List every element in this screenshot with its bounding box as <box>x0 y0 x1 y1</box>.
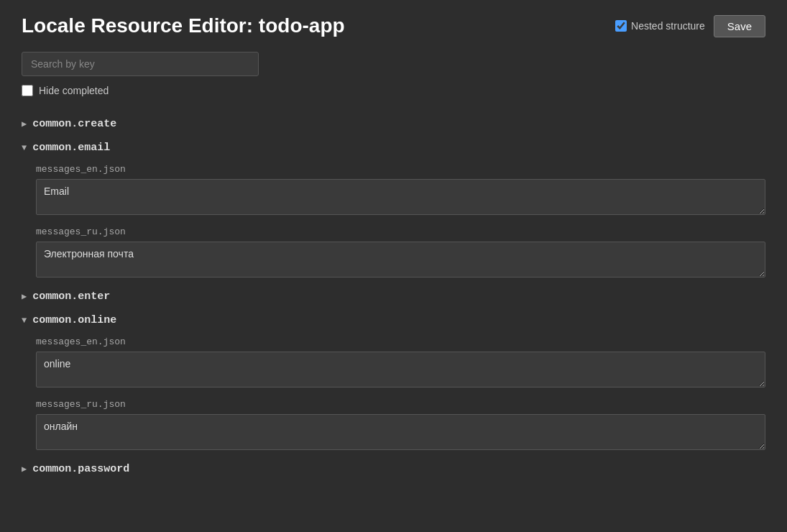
translation-input-email-en[interactable]: Email <box>36 179 765 215</box>
page-header: Locale Resource Editor: todo-app Nested … <box>22 14 765 37</box>
translation-input-online-en[interactable]: online <box>36 352 765 387</box>
tree-item-common-online: ▼ common.online messages_en.json online … <box>22 310 765 456</box>
tree-key-common-email: common.email <box>32 142 110 154</box>
tree-item-common-email: ▼ common.email messages_en.json Email me… <box>22 137 765 283</box>
hide-completed-checkbox[interactable] <box>22 85 33 96</box>
search-input[interactable] <box>22 52 259 76</box>
tree-item-header-common-email[interactable]: ▼ common.email <box>22 137 765 158</box>
arrow-right-icon-password: ▶ <box>22 464 27 474</box>
nested-structure-label-text: Nested structure <box>631 20 705 32</box>
page-title: Locale Resource Editor: todo-app <box>22 14 345 37</box>
translation-input-email-ru[interactable]: Электронная почта <box>36 242 765 278</box>
file-label-online-en: messages_en.json <box>36 336 765 347</box>
tree-item-header-common-enter[interactable]: ▶ common.enter <box>22 286 765 307</box>
tree-item-content-common-online: messages_en.json online messages_ru.json… <box>22 336 765 456</box>
tree-key-common-password: common.password <box>32 463 129 475</box>
file-label-email-ru: messages_ru.json <box>36 226 765 237</box>
hide-completed-row: Hide completed <box>22 85 765 96</box>
tree-item-header-common-create[interactable]: ▶ common.create <box>22 114 765 134</box>
tree-key-common-create: common.create <box>32 118 116 130</box>
nested-structure-toggle[interactable]: Nested structure <box>615 20 705 32</box>
nested-structure-checkbox[interactable] <box>615 20 627 32</box>
arrow-right-icon-create: ▶ <box>22 119 27 129</box>
tree-item-common-password: ▶ common.password <box>22 459 765 480</box>
tree-container: ▶ common.create ▼ common.email messages_… <box>22 114 765 480</box>
translation-input-online-ru[interactable]: онлайн <box>36 414 765 450</box>
tree-item-content-common-email: messages_en.json Email messages_ru.json … <box>22 164 765 283</box>
tree-item-common-enter: ▶ common.enter <box>22 286 765 307</box>
arrow-right-icon-enter: ▶ <box>22 291 27 302</box>
tree-key-common-enter: common.enter <box>32 290 110 303</box>
arrow-down-icon-email: ▼ <box>22 143 27 153</box>
hide-completed-label: Hide completed <box>39 85 109 96</box>
tree-key-common-online: common.online <box>32 314 116 326</box>
tree-item-common-create: ▶ common.create <box>22 114 765 134</box>
tree-item-header-common-password[interactable]: ▶ common.password <box>22 459 765 480</box>
save-button[interactable]: Save <box>714 15 765 37</box>
file-label-online-ru: messages_ru.json <box>36 399 765 410</box>
file-label-email-en: messages_en.json <box>36 164 765 175</box>
header-right: Nested structure Save <box>615 15 765 37</box>
tree-item-header-common-online[interactable]: ▼ common.online <box>22 310 765 331</box>
arrow-down-icon-online: ▼ <box>22 316 27 326</box>
